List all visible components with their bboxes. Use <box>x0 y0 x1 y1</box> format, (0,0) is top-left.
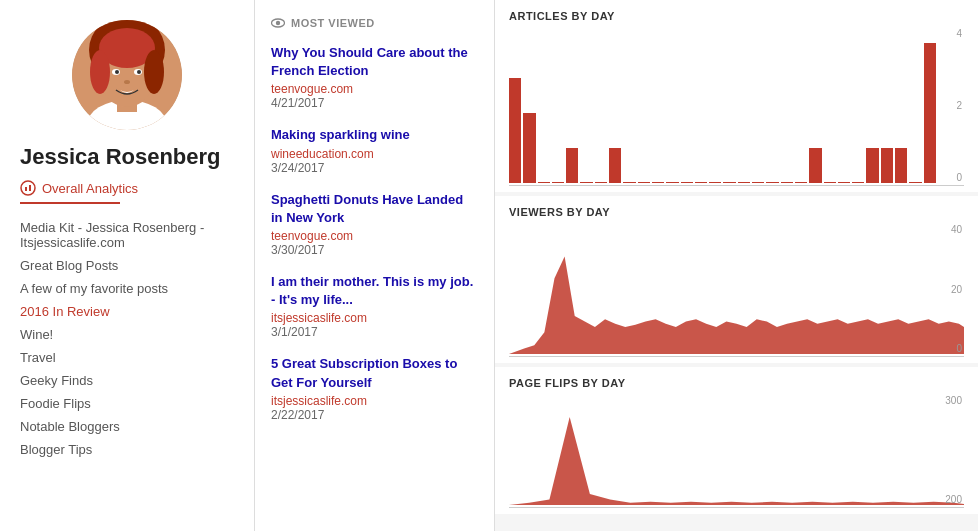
bar <box>595 182 607 183</box>
article-item: 5 Great Subscription Boxes to Get For Yo… <box>271 355 478 421</box>
page-flips-by-day-chart: PAGE FLIPS BY DAY 300 200 <box>495 367 978 514</box>
bar <box>852 182 864 183</box>
viewers-y-axis: 40 20 0 <box>940 224 964 354</box>
svg-point-12 <box>124 80 130 84</box>
article-date: 2/22/2017 <box>271 408 478 422</box>
article-item: Making sparkling winewineeducation.com3/… <box>271 126 478 174</box>
viewers-svg <box>509 224 964 354</box>
charts-panel: ARTICLES BY DAY 4 2 0 VIEWERS BY DAY 40 … <box>495 0 978 531</box>
avatar-image <box>72 20 182 130</box>
bar <box>509 78 521 183</box>
article-title[interactable]: I am their mother. This is my job. - It'… <box>271 273 478 309</box>
viewers-chart-title: VIEWERS BY DAY <box>509 206 964 218</box>
bar <box>638 182 650 183</box>
avatar <box>72 20 182 130</box>
article-date: 4/21/2017 <box>271 96 478 110</box>
page-flips-baseline <box>509 507 964 508</box>
bar <box>766 182 778 183</box>
article-date: 3/1/2017 <box>271 325 478 339</box>
most-viewed-panel: MOST VIEWED Why You Should Care about th… <box>255 0 495 531</box>
sidebar-link[interactable]: Wine! <box>20 323 234 346</box>
articles-by-day-chart: ARTICLES BY DAY 4 2 0 <box>495 0 978 192</box>
svg-point-10 <box>115 70 119 74</box>
viewers-baseline <box>509 356 964 357</box>
bar <box>538 182 550 183</box>
analytics-icon <box>20 180 36 196</box>
analytics-divider <box>20 202 120 204</box>
sidebar-link[interactable]: Media Kit - Jessica Rosenberg - Itsjessi… <box>20 216 234 254</box>
bar <box>895 148 907 183</box>
articles-chart-title: ARTICLES BY DAY <box>509 10 964 22</box>
bar <box>681 182 693 183</box>
svg-rect-15 <box>29 185 31 191</box>
svg-point-6 <box>90 50 110 94</box>
article-title[interactable]: 5 Great Subscription Boxes to Get For Yo… <box>271 355 478 391</box>
svg-point-17 <box>276 21 280 25</box>
overall-analytics-button[interactable]: Overall Analytics <box>20 180 234 196</box>
bar <box>709 182 721 183</box>
article-source: itsjessicaslife.com <box>271 311 478 325</box>
avatar-wrap <box>20 20 234 130</box>
article-date: 3/24/2017 <box>271 161 478 175</box>
articles-y-axis: 4 2 0 <box>940 28 964 183</box>
page-flips-chart-title: PAGE FLIPS BY DAY <box>509 377 964 389</box>
article-title[interactable]: Making sparkling wine <box>271 126 478 144</box>
article-source: itsjessicaslife.com <box>271 394 478 408</box>
bar <box>838 182 850 183</box>
bar <box>666 182 678 183</box>
bar <box>924 43 936 183</box>
eye-icon <box>271 16 285 30</box>
sidebar-link[interactable]: Foodie Flips <box>20 392 234 415</box>
sidebar-link[interactable]: Notable Bloggers <box>20 415 234 438</box>
svg-marker-19 <box>509 417 964 505</box>
sidebar-nav: Media Kit - Jessica Rosenberg - Itsjessi… <box>20 216 234 461</box>
sidebar-link[interactable]: 2016 In Review <box>20 300 234 323</box>
bar <box>909 182 921 183</box>
articles-list: Why You Should Care about the French Ele… <box>271 44 478 422</box>
bar <box>580 182 592 183</box>
svg-marker-18 <box>509 257 964 355</box>
bar <box>738 182 750 183</box>
bar <box>809 148 821 183</box>
article-item: I am their mother. This is my job. - It'… <box>271 273 478 339</box>
overall-analytics-label: Overall Analytics <box>42 181 138 196</box>
article-date: 3/30/2017 <box>271 243 478 257</box>
bar <box>795 182 807 183</box>
bar <box>752 182 764 183</box>
article-title[interactable]: Why You Should Care about the French Ele… <box>271 44 478 80</box>
bar <box>609 148 621 183</box>
sidebar-link[interactable]: Blogger Tips <box>20 438 234 461</box>
article-source: wineeducation.com <box>271 147 478 161</box>
most-viewed-header: MOST VIEWED <box>271 16 478 30</box>
bar <box>566 148 578 183</box>
bar <box>695 182 707 183</box>
svg-point-13 <box>21 181 35 195</box>
svg-point-7 <box>144 50 164 94</box>
bar <box>824 182 836 183</box>
article-item: Why You Should Care about the French Ele… <box>271 44 478 110</box>
bar <box>781 182 793 183</box>
bar <box>866 148 878 183</box>
bar <box>652 182 664 183</box>
sidebar-link[interactable]: Travel <box>20 346 234 369</box>
articles-baseline <box>509 185 964 186</box>
article-source: teenvogue.com <box>271 229 478 243</box>
bar <box>623 182 635 183</box>
svg-rect-14 <box>25 187 27 191</box>
user-name: Jessica Rosenberg <box>20 144 234 170</box>
bar <box>552 182 564 183</box>
sidebar-link[interactable]: A few of my favorite posts <box>20 277 234 300</box>
page-flips-y-axis: 300 200 <box>940 395 964 505</box>
bar <box>523 113 535 183</box>
sidebar: Jessica Rosenberg Overall Analytics Medi… <box>0 0 255 531</box>
bar <box>723 182 735 183</box>
article-item: Spaghetti Donuts Have Landed in New York… <box>271 191 478 257</box>
article-title[interactable]: Spaghetti Donuts Have Landed in New York <box>271 191 478 227</box>
page-flips-svg <box>509 395 964 505</box>
sidebar-link[interactable]: Great Blog Posts <box>20 254 234 277</box>
article-source: teenvogue.com <box>271 82 478 96</box>
sidebar-link[interactable]: Geeky Finds <box>20 369 234 392</box>
viewers-by-day-chart: VIEWERS BY DAY 40 20 0 <box>495 196 978 363</box>
svg-point-11 <box>137 70 141 74</box>
articles-bars <box>509 28 964 183</box>
